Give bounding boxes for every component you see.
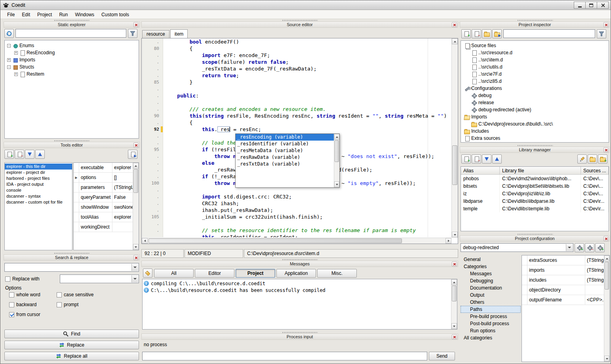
clear-messages-button[interactable] [143,269,152,278]
symbol-filter-input[interactable] [15,29,126,38]
dropdown-arrow[interactable] [131,275,138,282]
property-row[interactable]: objectDirectory [522,285,604,295]
edit-library-button[interactable] [577,154,587,164]
scroll-up-icon[interactable] [451,279,457,285]
scrollbar-thumb[interactable] [148,238,402,243]
code-line[interactable]: . [142,86,451,92]
config-category-run-options[interactable]: Run options [461,327,521,334]
clone-tool-button[interactable]: ▶ [128,150,137,159]
property-value[interactable]: swoNone [112,202,133,212]
close-panel-icon[interactable] [603,236,609,241]
config-category-categories[interactable]: Categories [461,263,521,270]
code-line[interactable]: 105 _initialSum = crc322uint(ihash.finis… [142,213,451,220]
move-tool-down-button[interactable] [25,150,34,159]
close-panel-icon[interactable] [133,255,139,260]
scroll-down-icon[interactable] [133,244,139,250]
code-line[interactable]: 92 this._res = resEnc; [142,126,451,133]
add-library-folder-button[interactable]: + [598,154,607,164]
menu-item-windows[interactable]: Windows [71,11,98,18]
send-button[interactable]: Send [429,352,455,360]
property-row[interactable]: imports(TStringL [522,265,604,275]
code-editor[interactable]: . bool encodee7F()80 {. import e7F: enco… [141,38,458,244]
config-category-others[interactable]: Others [461,299,521,306]
inspector-item[interactable]: ..\src\item.d [461,56,609,63]
scrollbar-thumb[interactable] [452,145,457,185]
property-row[interactable]: toolAliasexplorer [74,212,133,222]
messages-filter-misc[interactable]: Misc. [317,269,357,278]
library-folder-button[interactable] [588,154,597,164]
tool-item[interactable]: explorer - project dir [5,170,72,175]
property-value[interactable] [112,222,133,232]
property-row[interactable]: ▶options[] [74,173,133,183]
expand-icon[interactable]: + [14,51,18,55]
source-editor-header[interactable]: Source editor [141,21,458,28]
scroll-up-icon[interactable] [334,134,339,140]
expand-icon[interactable]: + [7,58,11,62]
code-line[interactable]: . { [142,119,451,126]
property-row[interactable]: includes(TStringL [522,275,604,285]
tree-item[interactable]: -Enums [5,42,139,49]
expand-icon[interactable]: + [14,72,18,76]
library-manager-header[interactable]: Library manager [460,147,610,153]
scrollbar-thumb[interactable] [335,140,339,162]
inspector-item[interactable]: Imports [461,113,609,120]
close-panel-icon[interactable] [452,334,457,339]
code-line[interactable]: . ihash.put(_resRawData); [142,207,451,213]
dropdown-arrow[interactable] [566,244,573,251]
library-row[interactable]: phobosC:\Dev\dmd2\windows\lib\phob...C:\… [461,175,609,182]
inspector-item[interactable]: debug [461,92,609,99]
column-header-library-file[interactable]: Library file [500,167,581,174]
tools-editor-header[interactable]: Tools editor [4,142,140,148]
property-value[interactable]: <CPP>..\ [585,295,604,305]
inspector-item[interactable]: Extra sources [461,135,609,142]
process-input-header[interactable]: Process input [141,334,458,340]
config-category-paths[interactable]: Paths [461,306,521,313]
search-term-combobox[interactable] [4,263,139,272]
vertical-scrollbar[interactable] [133,163,139,250]
code-line[interactable]: 80 { [142,45,451,52]
scroll-down-icon[interactable] [451,323,457,329]
refresh-button[interactable] [4,29,14,38]
tree-item[interactable]: +Imports [5,56,139,63]
inspector-filter-input[interactable] [503,29,595,38]
completion-item[interactable]: _resEncoding (variable) [236,134,334,141]
titlebar[interactable]: Coedit [0,0,611,10]
scroll-left-icon[interactable] [142,238,148,244]
find-button[interactable]: Find [4,330,139,338]
editor-vertical-scrollbar[interactable] [451,38,458,238]
process-input-field[interactable] [142,352,427,360]
menu-item-custom-tools[interactable]: Custom tools [98,11,133,18]
menu-item-edit[interactable]: Edit [18,11,34,18]
minimize-button[interactable] [574,2,586,9]
tab-item[interactable]: item [170,29,188,38]
move-library-down-button[interactable] [482,154,491,164]
open-folder-button[interactable]: ▶ [492,29,502,38]
scroll-down-icon[interactable] [604,356,609,362]
code-line[interactable]: . public: [142,92,451,99]
code-line[interactable]: . [142,220,451,227]
add-library-button[interactable]: + [461,154,471,164]
message-row[interactable]: iC:\...\build\resource.d.coedit has been… [143,287,457,293]
property-value[interactable]: (TStringL [585,265,604,275]
code-line[interactable]: . import std.digest.crc: CRC32; [142,193,451,200]
close-panel-icon[interactable] [603,147,609,152]
tool-item[interactable]: explorer - this file dir [5,164,72,170]
config-category-debugging[interactable]: Debugging [461,277,521,284]
scroll-up-icon[interactable] [452,38,458,44]
replace-term-combobox[interactable] [60,274,139,283]
checkbox-prompt[interactable]: prompt [57,301,138,308]
tool-item[interactable]: harbored - project files [5,175,72,181]
code-line[interactable]: . this._resIdentifier = resIdent; [142,234,451,237]
checkbox-whole-word[interactable]: whole word [9,292,57,298]
property-value[interactable]: (TStringL [585,255,604,265]
property-row[interactable]: showWindowswoNone [74,202,133,212]
library-row[interactable]: libdparseC:\Dev\dlibs\libdparse.libC:\De… [461,197,609,205]
property-value[interactable]: (TStringL [112,183,133,192]
replace-button[interactable]: Replace [4,341,139,349]
remove-tool-button[interactable]: − [15,150,24,159]
library-row[interactable]: izC:\Dev\dproj\iz\lib\iz.libC:\Dev\... [461,190,609,197]
dropdown-arrow[interactable] [131,264,138,271]
scrollbar-thumb[interactable] [605,262,609,290]
messages-filter-editor[interactable]: Editor [195,269,234,278]
code-line[interactable]: . // sets the resource identifier to the… [142,227,451,234]
